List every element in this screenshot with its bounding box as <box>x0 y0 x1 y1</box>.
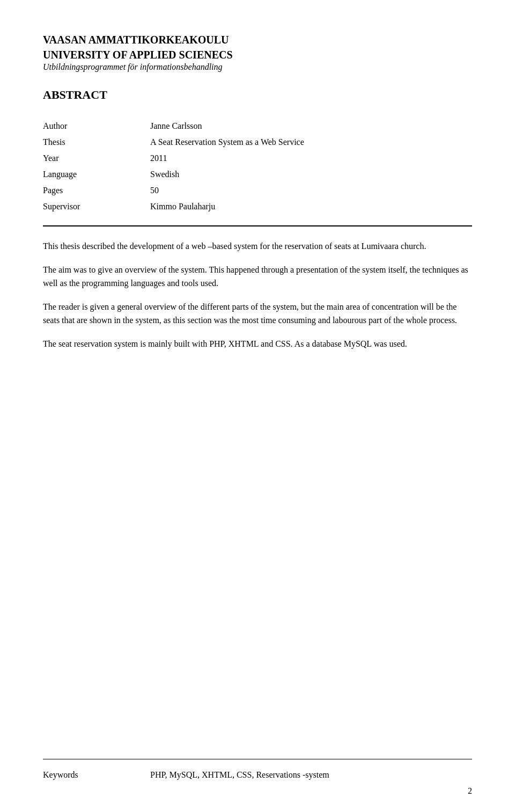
metadata-label: Author <box>43 118 150 134</box>
university-line2: UNIVERSITY OF APPLIED SCIENECS <box>43 47 472 62</box>
metadata-row: ThesisA Seat Reservation System as a Web… <box>43 134 472 150</box>
abstract-title: ABSTRACT <box>43 88 472 102</box>
body-paragraph-3: The reader is given a general overview o… <box>43 300 472 327</box>
metadata-label: Supervisor <box>43 199 150 215</box>
page-number: 2 <box>468 786 472 796</box>
metadata-value: 2011 <box>150 150 472 166</box>
metadata-label: Pages <box>43 182 150 199</box>
body-paragraph-2: The aim was to give an overview of the s… <box>43 263 472 290</box>
university-line1: VAASAN AMMATTIKORKEAKOULU <box>43 32 472 47</box>
body-paragraph-4: The seat reservation system is mainly bu… <box>43 337 472 351</box>
metadata-value: 50 <box>150 182 472 199</box>
metadata-value: Janne Carlsson <box>150 118 472 134</box>
footer-section: Keywords PHP, MySQL, XHTML, CSS, Reserva… <box>43 759 472 780</box>
body-paragraph-1: This thesis described the development of… <box>43 239 472 253</box>
metadata-row: Year2011 <box>43 150 472 166</box>
metadata-label: Year <box>43 150 150 166</box>
metadata-label: Thesis <box>43 134 150 150</box>
keywords-label: Keywords <box>43 770 150 780</box>
header-section: VAASAN AMMATTIKORKEAKOULU UNIVERSITY OF … <box>43 32 472 102</box>
footer-divider <box>43 759 472 759</box>
metadata-row: LanguageSwedish <box>43 166 472 182</box>
program-name: Utbildningsprogrammet för informationsbe… <box>43 62 472 72</box>
metadata-table: AuthorJanne CarlssonThesisA Seat Reserva… <box>43 118 472 215</box>
metadata-value: A Seat Reservation System as a Web Servi… <box>150 134 472 150</box>
page: VAASAN AMMATTIKORKEAKOULU UNIVERSITY OF … <box>0 0 515 812</box>
metadata-row: SupervisorKimmo Paulaharju <box>43 199 472 215</box>
metadata-row: Pages50 <box>43 182 472 199</box>
keywords-row: Keywords PHP, MySQL, XHTML, CSS, Reserva… <box>43 770 472 780</box>
divider-line <box>43 225 472 226</box>
metadata-label: Language <box>43 166 150 182</box>
keywords-value: PHP, MySQL, XHTML, CSS, Reservations -sy… <box>150 770 329 780</box>
metadata-row: AuthorJanne Carlsson <box>43 118 472 134</box>
metadata-value: Swedish <box>150 166 472 182</box>
metadata-value: Kimmo Paulaharju <box>150 199 472 215</box>
